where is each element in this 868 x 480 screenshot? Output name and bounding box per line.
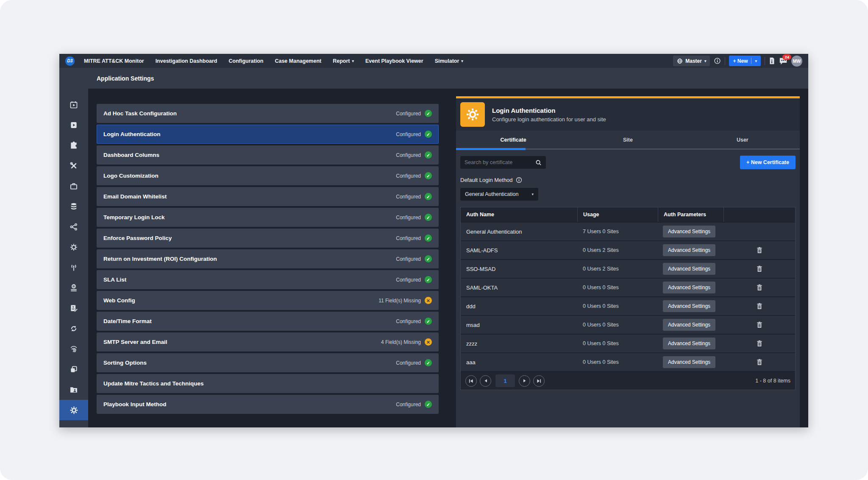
trash-icon — [757, 247, 762, 254]
sidebar-item-database[interactable] — [59, 196, 88, 217]
nav-investigation-dashboard[interactable]: Investigation Dashboard — [156, 58, 217, 64]
delete-button[interactable] — [757, 340, 762, 347]
table-row: aaa0 Users 0 SitesAdvanced Settings — [461, 352, 795, 371]
delete-button[interactable] — [757, 321, 762, 328]
advanced-settings-button[interactable]: Advanced Settings — [663, 356, 715, 368]
tab-user[interactable]: User — [685, 131, 800, 149]
user-avatar[interactable]: MW — [791, 56, 802, 67]
status-check-icon: ✓ — [425, 234, 432, 242]
sidebar-item-utilities[interactable] — [59, 156, 88, 176]
delete-button[interactable] — [757, 303, 762, 310]
puzzle-icon — [70, 141, 78, 150]
table-row: msad0 Users 0 SitesAdvanced Settings — [461, 315, 795, 334]
tenant-selector[interactable]: Master ▾ — [673, 56, 710, 66]
sidebar-item-document-edit[interactable] — [59, 298, 88, 318]
last-page-button[interactable] — [533, 375, 545, 387]
settings-item-playbook-input-method[interactable]: Playbook Input MethodConfigured✓ — [97, 395, 439, 414]
settings-item-sorting-options[interactable]: Sorting OptionsConfigured✓ — [97, 353, 439, 372]
settings-item-dashboard-columns[interactable]: Dashboard ColumnsConfigured✓ — [97, 145, 439, 165]
settings-item-smtp-server-and-email[interactable]: SMTP Server and Email4 Field(s) Missing✕ — [97, 332, 439, 352]
page-background: D3 MITRE ATT&CK Monitor Investigation Da… — [0, 0, 868, 480]
d3-logo[interactable]: D3 — [65, 56, 75, 66]
setting-label: Sorting Options — [103, 360, 147, 366]
nav-simulator[interactable]: Simulator▾ — [435, 58, 463, 64]
setting-label: Date/Time Format — [103, 318, 152, 324]
settings-item-sla-list[interactable]: SLA ListConfigured✓ — [97, 270, 439, 289]
sidebar-item-broadcast[interactable] — [59, 257, 88, 278]
setting-label: SLA List — [103, 276, 126, 283]
current-page-indicator[interactable]: 1 — [495, 374, 515, 387]
settings-item-enforce-password-policy[interactable]: Enforce Password PolicyConfigured✓ — [97, 229, 439, 248]
nav-event-playbook-viewer[interactable]: Event Playbook Viewer — [365, 58, 423, 64]
table-row: ddd0 Users 0 SitesAdvanced Settings — [461, 296, 795, 315]
status-text: 4 Field(s) Missing — [381, 339, 421, 345]
sidebar-item-copy[interactable] — [59, 359, 88, 380]
advanced-settings-button[interactable]: Advanced Settings — [663, 244, 715, 256]
new-button[interactable]: + New ▾ — [729, 56, 761, 66]
login-authentication-panel: Login Authentication Configure login aut… — [456, 96, 800, 427]
auth-methods-table: Auth Name Usage Auth Parameters General … — [460, 207, 796, 390]
delete-button[interactable] — [757, 359, 762, 366]
fingerprint-icon — [70, 345, 78, 353]
sidebar-item-playbook-media[interactable] — [59, 115, 88, 135]
settings-item-web-config[interactable]: Web Config11 Field(s) Missing✕ — [97, 291, 439, 310]
settings-item-roi-configuration[interactable]: Return on Investment (ROI) Configuration… — [97, 249, 439, 268]
nav-configuration[interactable]: Configuration — [229, 58, 264, 64]
settings-item-login-authentication[interactable]: Login AuthenticationConfigured✓ — [97, 125, 439, 144]
sidebar-item-integrations[interactable] — [59, 135, 88, 156]
caret-down-icon: ▾ — [531, 192, 534, 196]
advanced-settings-button[interactable]: Advanced Settings — [663, 338, 715, 349]
delete-button[interactable] — [757, 247, 762, 254]
status-check-icon: ✓ — [425, 214, 432, 221]
status-x-icon: ✕ — [425, 338, 432, 346]
tab-site[interactable]: Site — [570, 131, 685, 149]
advanced-settings-button[interactable]: Advanced Settings — [663, 263, 715, 275]
next-page-button[interactable] — [519, 375, 530, 387]
certificate-search[interactable] — [460, 156, 546, 169]
first-page-button[interactable] — [465, 375, 477, 387]
release-notes-button[interactable] — [769, 57, 775, 64]
sidebar-item-web-report[interactable] — [59, 278, 88, 298]
new-certificate-button[interactable]: + New Certificate — [740, 156, 796, 169]
main-content: Ad Hoc Task ConfigurationConfigured✓ Log… — [88, 89, 808, 427]
status-check-icon: ✓ — [425, 276, 432, 283]
status-check-icon: ✓ — [425, 110, 432, 117]
sidebar-item-fingerprint[interactable] — [59, 339, 88, 359]
sidebar-item-case-briefcase[interactable] — [59, 176, 88, 196]
nav-case-management[interactable]: Case Management — [275, 58, 321, 64]
previous-page-button[interactable] — [480, 375, 491, 387]
settings-item-email-domain-whitelist[interactable]: Email Domain WhitelistConfigured✓ — [97, 187, 439, 206]
nav-mitre-attck-monitor[interactable]: MITRE ATT&CK Monitor — [84, 58, 144, 64]
delete-button[interactable] — [757, 284, 762, 291]
advanced-settings-button[interactable]: Advanced Settings — [663, 282, 715, 293]
sidebar-item-automation-gear[interactable] — [59, 237, 88, 257]
status-check-icon: ✓ — [425, 131, 432, 138]
sidebar-item-sync[interactable] — [59, 318, 88, 339]
info-icon[interactable] — [516, 177, 522, 183]
sidebar-item-connections[interactable] — [59, 217, 88, 237]
table-row: SAML-OKTA0 Users 0 SitesAdvanced Setting… — [461, 278, 795, 296]
sidebar-item-user-folder[interactable] — [59, 380, 88, 400]
advanced-settings-button[interactable]: Advanced Settings — [663, 300, 715, 312]
tab-certificate[interactable]: Certificate — [456, 131, 570, 149]
settings-item-ad-hoc-task-configuration[interactable]: Ad Hoc Task ConfigurationConfigured✓ — [97, 104, 439, 123]
sidebar-item-settings[interactable] — [59, 400, 88, 420]
gear-icon — [466, 108, 479, 121]
settings-item-date-time-format[interactable]: Date/Time FormatConfigured✓ — [97, 312, 439, 331]
setting-label: Web Config — [103, 297, 135, 304]
sidebar-item-schedule-monitor[interactable] — [59, 95, 88, 115]
nav-report[interactable]: Report▾ — [333, 58, 354, 64]
settings-item-logo-customization[interactable]: Logo CustomizationConfigured✓ — [97, 166, 439, 185]
settings-item-temporary-login-lock[interactable]: Temporary Login LockConfigured✓ — [97, 208, 439, 227]
default-login-method-select[interactable]: General Authentication ▾ — [460, 188, 538, 201]
search-input[interactable] — [465, 159, 535, 165]
status-text: Configured — [396, 318, 421, 324]
notifications-button[interactable]: 24 — [779, 57, 787, 65]
advanced-settings-button[interactable]: Advanced Settings — [663, 226, 715, 237]
info-button[interactable] — [714, 57, 721, 64]
caret-down-icon: ▾ — [704, 59, 707, 63]
advanced-settings-button[interactable]: Advanced Settings — [663, 319, 715, 331]
delete-button[interactable] — [757, 265, 762, 272]
settings-item-update-mitre-tactics[interactable]: Update Mitre Tactics and Techniques — [97, 374, 439, 393]
default-login-method-label: Default Login Method — [456, 169, 800, 183]
